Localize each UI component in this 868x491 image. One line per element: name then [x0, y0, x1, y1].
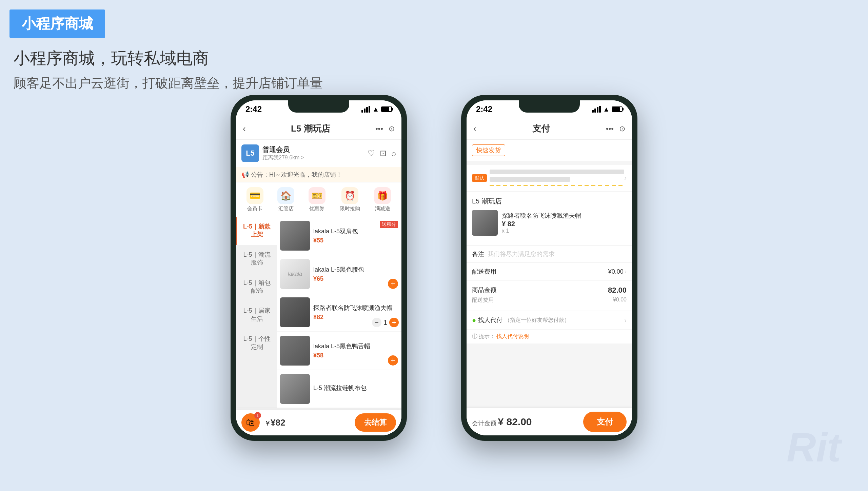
- express-badge: 快速发货: [472, 144, 505, 156]
- cart-bar: 🛍 1 ￥¥82 去结算: [236, 410, 401, 435]
- goods-amount-label: 商品金额: [472, 286, 496, 295]
- delivery-summary-label: 配送费用: [472, 297, 494, 304]
- qty-minus-3[interactable]: −: [372, 318, 381, 327]
- discount-label: 满减送: [375, 205, 390, 212]
- product-item-1: lakala L-5双肩包 ¥55 送积分: [277, 217, 401, 255]
- cart-icon-wrap[interactable]: 🛍 1: [241, 413, 260, 432]
- agent-pay-chevron-icon: ›: [624, 316, 627, 324]
- note-label: 备注: [472, 250, 484, 258]
- cart-badge: 1: [254, 412, 261, 419]
- product-item-4: lakala L-5黑色鸭舌帽 ¥58 +: [277, 332, 401, 370]
- cat-item-new[interactable]: L-5｜新款上架: [236, 217, 277, 245]
- back-button-1[interactable]: ‹: [243, 123, 246, 134]
- checkout-button[interactable]: 去结算: [355, 413, 396, 432]
- agent-pay-row[interactable]: ● 找人代付 （指定一位好友帮您付款） ›: [467, 311, 632, 329]
- signal-icon-2: [592, 106, 601, 113]
- agent-pay-hint: ⓘ 提示： 找人代付说明: [472, 333, 529, 340]
- membership-label: 会员卡: [247, 205, 262, 212]
- delivery-fee-row[interactable]: 配送费用 ¥0.00 ›: [467, 263, 632, 280]
- pay-product-info: 探路者联名防飞沫喷溅渔夫帽 ¥ 82 x 1: [502, 212, 627, 234]
- agent-hint-link[interactable]: 找人代付说明: [496, 333, 529, 340]
- home-icon-1[interactable]: ⊙: [389, 124, 395, 133]
- delivery-chevron-icon: ›: [625, 269, 627, 275]
- delivery-summary-row: 配送费用 ¥0.00: [472, 297, 627, 304]
- battery-icon-2: [612, 106, 623, 112]
- agent-pay-icon: ●: [472, 316, 476, 324]
- phone-2-inner: 2:42 ▲ ‹ 支付 ••• ⊙: [467, 100, 632, 435]
- pay-store-name: L5 潮玩店: [472, 197, 627, 206]
- time-1: 2:42: [245, 104, 262, 114]
- goods-amount-row: 商品金额 82.00: [472, 286, 627, 295]
- note-section: 备注 我们将尽力满足您的需求: [467, 246, 632, 262]
- pay-product-img: [472, 210, 498, 236]
- delivery-fee-amount: ¥0.00: [608, 268, 624, 275]
- subtitle-sub: 顾客足不出户云逛街，打破距离壁垒，提升店铺订单量: [14, 75, 323, 92]
- nav-item-store[interactable]: 🏠 汇管店: [277, 187, 294, 212]
- product-img-4: [280, 336, 310, 366]
- goods-amount-value: 82.00: [608, 286, 627, 295]
- qty-plus-3[interactable]: +: [389, 318, 399, 327]
- cat-item-custom[interactable]: L-5｜个性定制: [236, 329, 277, 357]
- app-bar-title-2: 支付: [532, 123, 550, 135]
- address-row[interactable]: 默认 ›: [467, 165, 632, 191]
- qty-control-3: − 1 +: [372, 318, 399, 327]
- nav-item-coupon[interactable]: 🎫 优惠券: [309, 187, 326, 212]
- status-icons-2: ▲: [592, 105, 623, 113]
- favorite-icon[interactable]: ♡: [368, 149, 375, 158]
- app-bar-title-1: L5 潮玩店: [291, 123, 330, 135]
- product-img-5: [280, 374, 310, 404]
- more-icon-2[interactable]: •••: [606, 124, 614, 133]
- back-button-2[interactable]: ‹: [473, 123, 476, 134]
- product-name-4: lakala L-5黑色鸭舌帽: [313, 342, 398, 351]
- cat-item-home[interactable]: L-5｜居家生活: [236, 301, 277, 329]
- time-2: 2:42: [476, 104, 492, 114]
- search-icon[interactable]: ⌕: [391, 149, 396, 158]
- nav-item-discount[interactable]: 🎁 满减送: [374, 187, 391, 212]
- note-input[interactable]: 我们将尽力满足您的需求: [488, 250, 627, 258]
- wifi-icon: ▲: [372, 105, 379, 113]
- address-placeholder: [490, 170, 624, 186]
- addr-line-2: [490, 177, 570, 182]
- more-icon-1[interactable]: •••: [375, 124, 383, 133]
- agent-pay-label: 找人代付: [478, 316, 502, 324]
- cart-price: ￥¥82: [264, 417, 285, 428]
- delivery-summary-value: ¥0.00: [613, 297, 627, 304]
- announcement-speaker-icon: 📢: [241, 171, 249, 178]
- cat-item-fashion[interactable]: L-5｜潮流服饰: [236, 245, 277, 273]
- product-panel: lakala L-5双肩包 ¥55 送积分 lakala lakala L-: [277, 217, 401, 408]
- product-price-1: ¥55: [313, 237, 398, 244]
- flash-label: 限时抢购: [340, 205, 360, 212]
- store-distance: 距离我279.6km >: [262, 154, 304, 161]
- agent-pay-desc: （指定一位好友帮您付款）: [505, 317, 570, 324]
- share-icon[interactable]: ⊡: [380, 149, 387, 158]
- pay-product-qty: x 1: [502, 228, 627, 234]
- store-text: 普通会员 距离我279.6km >: [262, 145, 304, 161]
- pay-bar: 会计金额 ¥ 82.00 支付: [467, 408, 632, 435]
- product-name-1: lakala L-5双肩包: [313, 227, 398, 236]
- store-header: L5 普通会员 距离我279.6km > ♡ ⊡ ⌕: [236, 140, 401, 167]
- cat-item-bags[interactable]: L-5｜箱包配饰: [236, 273, 277, 301]
- product-img-3: [280, 297, 310, 327]
- discount-icon: 🎁: [374, 187, 391, 204]
- app-bar-icons-2: ••• ⊙: [606, 124, 625, 133]
- product-img-1: [280, 221, 310, 251]
- notch-2: [519, 100, 580, 113]
- home-icon-2[interactable]: ⊙: [619, 124, 625, 133]
- nav-item-flash[interactable]: ⏰ 限时抢购: [340, 187, 360, 212]
- agent-pay-hint-row: ⓘ 提示： 找人代付说明: [467, 330, 632, 343]
- delivery-fee-label: 配送费用: [472, 268, 496, 276]
- add-button-4[interactable]: +: [388, 355, 398, 366]
- default-tag: 默认: [472, 174, 487, 182]
- battery-icon: [381, 106, 392, 112]
- agent-pay-left: ● 找人代付 （指定一位好友帮您付款）: [472, 316, 570, 324]
- announcement-text: 公告：Hi～欢迎光临，我的店铺！: [251, 171, 342, 179]
- addr-line-1: [490, 170, 624, 174]
- header-badge: 小程序商城: [9, 9, 105, 38]
- phone2-content: 快速发货 默认 › L5 潮玩店: [467, 140, 632, 435]
- phone-2: 2:42 ▲ ‹ 支付 ••• ⊙: [461, 95, 637, 441]
- nav-item-membership[interactable]: 💳 会员卡: [246, 187, 263, 212]
- add-button-2[interactable]: +: [388, 279, 398, 289]
- store-logo: L5: [241, 144, 259, 162]
- pay-button[interactable]: 支付: [583, 412, 627, 432]
- app-bar-icons-1: ••• ⊙: [375, 124, 395, 133]
